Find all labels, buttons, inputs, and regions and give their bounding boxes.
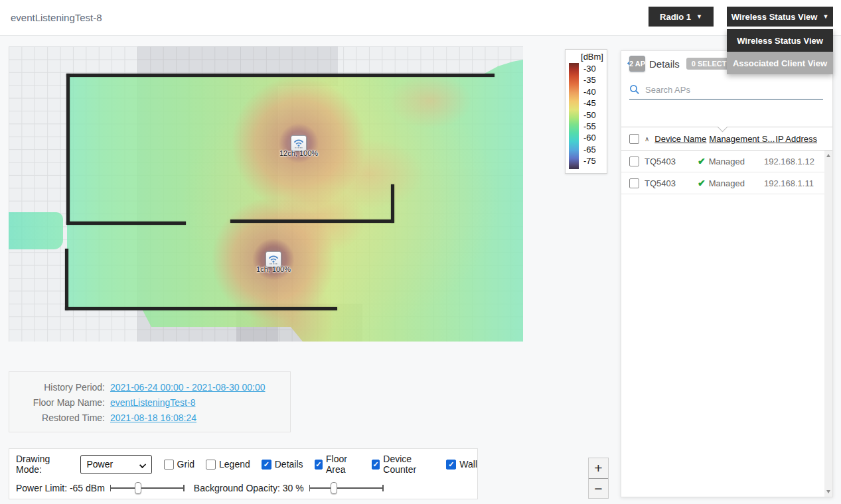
legend-tick: -55 <box>583 122 596 131</box>
checkbox-label: Floor Area <box>326 454 360 475</box>
restored-time-link[interactable]: 2021-08-18 16:08:24 <box>110 412 196 424</box>
scroll-up-arrow-icon[interactable] <box>826 154 830 157</box>
menu-item-associated-client-view[interactable]: Associated Client View <box>727 52 833 74</box>
map-display-controls: Drawing Mode: Power Grid Legend ✓ Detail… <box>9 448 478 499</box>
checkbox-box: ✓ <box>372 460 380 470</box>
table-row[interactable]: TQ5403 ✔ Managed 192.168.1.11 <box>621 172 826 194</box>
ap-counter-label: 12ch, 100% <box>279 149 318 157</box>
wall-right-vertical <box>391 184 394 223</box>
drawing-mode-select[interactable]: Power <box>80 455 151 474</box>
restored-time-row: Restored Time: 2021-08-18 16:08:24 <box>17 412 282 424</box>
ap-counter-label: 1ch, 100% <box>256 265 291 273</box>
selected-count-badge: 0 SELECT <box>686 58 732 70</box>
view-dropdown-menu: Wireless Status View Associated Client V… <box>727 29 833 74</box>
checkbox-label: Details <box>275 459 303 470</box>
drawing-mode-value: Power <box>86 459 113 470</box>
checkbox-label: Device Counter <box>383 454 435 475</box>
checkbox-box: ✓ <box>262 460 271 470</box>
slider-row: Power Limit: -65 dBm Background Opacity:… <box>16 480 393 496</box>
top-bar: eventListeningTest-8 Radio 1 ▼ Wireless … <box>0 0 841 36</box>
power-limit-slider[interactable] <box>110 481 185 495</box>
legend-tick: -45 <box>583 99 596 108</box>
view-select-button[interactable]: Wireless Status View ▼ <box>727 7 833 27</box>
row-checkbox[interactable] <box>629 157 639 166</box>
restored-time-label: Restored Time: <box>17 412 110 424</box>
checkbox-label: Grid <box>177 459 194 470</box>
page-title: eventListeningTest-8 <box>11 12 102 23</box>
checkbox-wall[interactable]: ✓ Wall <box>446 459 477 470</box>
scroll-down-arrow-icon[interactable] <box>826 490 830 493</box>
chevron-down-icon: ▼ <box>822 13 828 20</box>
legend-tick: -75 <box>583 157 596 166</box>
slider-track <box>110 487 185 489</box>
managed-check-icon: ✔ <box>698 156 706 166</box>
floor-map-name-label: Floor Map Name: <box>17 397 110 409</box>
checkbox-box: ✓ <box>446 460 456 470</box>
wall-room2-left <box>65 249 68 310</box>
legend-gradient-bar <box>569 63 579 169</box>
signal-heatmap-overlay <box>58 60 523 342</box>
background-opacity-slider-handle[interactable] <box>331 482 337 494</box>
slider-track <box>309 487 384 489</box>
checkbox-label: Legend <box>219 459 250 470</box>
drawing-mode-label: Drawing Mode: <box>16 454 74 475</box>
floor-map-canvas[interactable]: 12ch, 100% 1ch, 100% <box>9 46 523 342</box>
sort-ascending-icon: ∧ <box>645 135 649 143</box>
row-checkbox[interactable] <box>629 178 639 188</box>
ip-address-cell: 192.168.1.12 <box>764 157 814 166</box>
background-opacity-slider[interactable] <box>309 481 384 495</box>
floor-map-name-link[interactable]: eventListeningTest-8 <box>110 397 195 409</box>
search-aps-input[interactable] <box>645 85 823 95</box>
wall-mid-right <box>230 220 394 223</box>
checkbox-label: Wall <box>459 459 477 470</box>
legend-body: -30 -35 -40 -45 -50 -55 -60 -65 -75 <box>569 63 603 169</box>
radio-button-label: Radio 1 <box>660 12 691 22</box>
checkbox-floor-area[interactable]: ✓ Floor Area <box>315 454 360 475</box>
history-period-link[interactable]: 2021-06-24 00:00 - 2021-08-30 00:00 <box>110 381 266 394</box>
view-button-label: Wireless Status View <box>731 12 818 22</box>
chevron-down-icon <box>139 461 145 468</box>
history-info-box: History Period: 2021-06-24 00:00 - 2021-… <box>9 371 291 432</box>
column-device-name[interactable]: Device Name <box>654 134 704 144</box>
wifi-icon <box>293 137 305 149</box>
checkbox-box <box>206 460 216 470</box>
checkbox-device-counter[interactable]: ✓ Device Counter <box>372 454 435 475</box>
map-zoom-controls: + − <box>588 458 609 499</box>
device-name-cell: TQ5403 <box>645 157 692 166</box>
ap-search-bar <box>629 80 823 100</box>
select-all-checkbox[interactable] <box>629 134 639 144</box>
slider-end-tick <box>183 485 185 491</box>
legend-tick: -35 <box>583 76 596 85</box>
legend-tick: -65 <box>583 145 596 155</box>
zoom-out-button[interactable]: − <box>589 479 608 499</box>
table-row[interactable]: TQ5403 ✔ Managed 192.168.1.12 <box>621 151 826 172</box>
menu-item-wireless-status-view[interactable]: Wireless Status View <box>727 29 833 52</box>
status-text: Managed <box>709 178 745 188</box>
managed-check-icon: ✔ <box>698 178 706 188</box>
details-panel-title: Details <box>649 58 680 70</box>
wall-left <box>66 74 70 224</box>
table-scrollbar[interactable] <box>824 151 832 497</box>
search-icon <box>629 84 640 95</box>
device-name-cell: TQ5403 <box>645 178 692 188</box>
column-management-state[interactable]: Management S... <box>709 134 770 144</box>
checkbox-box: ✓ <box>315 460 323 470</box>
management-status-cell: ✔ Managed <box>698 156 759 166</box>
background-opacity-label: Background Opacity: 30 % <box>194 483 304 493</box>
floor-map-name-row: Floor Map Name: eventListeningTest-8 <box>17 397 282 409</box>
power-limit-slider-handle[interactable] <box>135 482 141 494</box>
radio-select-button[interactable]: Radio 1 ▼ <box>649 7 714 27</box>
details-panel: Details 2 AP 0 SELECT ∧ Device Name Mana… <box>621 50 833 497</box>
wall-mid-left <box>66 221 186 225</box>
column-ip-address[interactable]: IP Address <box>775 134 817 144</box>
checkbox-grid[interactable]: Grid <box>164 459 194 470</box>
chevron-down-icon: ▼ <box>696 13 702 20</box>
legend-tick: -40 <box>583 88 596 97</box>
status-text: Managed <box>709 157 745 166</box>
ap-table-body: TQ5403 ✔ Managed 192.168.1.12 TQ5403 ✔ M… <box>621 151 826 194</box>
checkbox-details[interactable]: ✓ Details <box>262 459 303 470</box>
checkbox-legend[interactable]: Legend <box>206 459 250 470</box>
layer-checkboxes: Grid Legend ✓ Details ✓ Floor Area ✓ Dev… <box>164 454 477 475</box>
history-period-label: History Period: <box>17 381 110 394</box>
zoom-in-button[interactable]: + <box>589 458 608 478</box>
